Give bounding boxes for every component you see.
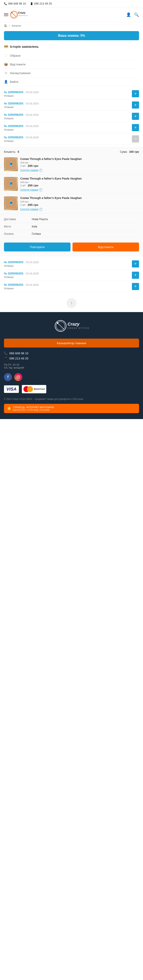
order-row: № 3255056253 03.03.2020 Успішно + [4, 111, 139, 122]
hamburger-line3 [4, 16, 8, 16]
order-expand-btn[interactable]: + [132, 272, 139, 279]
order-number[interactable]: № 3255056253 [4, 261, 23, 264]
order-info: № 3255056253 03.03.2020 Успішно [4, 283, 39, 290]
track-order-button[interactable]: Відстежити [72, 242, 139, 251]
sidebar-item-track[interactable]: 📦 Відстежити [4, 60, 139, 69]
user-icon[interactable]: 👤 [126, 12, 131, 17]
svg-text:🧵: 🧵 [8, 200, 13, 205]
order-expand-btn[interactable]: + [132, 260, 139, 267]
svg-text:🧵: 🧵 [8, 161, 13, 166]
product-title: Схема Through a father's Eyes Paula Vaug… [20, 158, 139, 161]
product-details: Схема Through a father's Eyes Paula Vaug… [20, 177, 139, 192]
facebook-icon[interactable]: f [4, 373, 12, 381]
promo-text: ГЛЯНЕЦЬ: ІНТЕРНЕТ-МАГАЗИНИ МАРКЕТИНГ, СУ… [13, 406, 54, 411]
product-related: Супутні товари ? [20, 207, 139, 211]
order-collapse-btn[interactable]: − [132, 135, 139, 142]
footer-phone2-number: 096 213 49 25 [9, 356, 28, 360]
repeat-order-button[interactable]: Повторити [4, 242, 71, 251]
hamburger-menu[interactable] [4, 13, 8, 16]
order-number[interactable]: № 3255056253 [4, 136, 23, 139]
order-expand-btn[interactable]: + [132, 90, 139, 97]
order-date: 03.03.2020 [26, 261, 39, 264]
related-link[interactable]: Супутні товари [20, 208, 39, 211]
fabric-calculator-button[interactable]: Калькулятор тканини [4, 339, 139, 348]
footer-phone1[interactable]: 📞 066 848 98 10 [4, 352, 139, 355]
order-number[interactable]: № 3255056253 [4, 113, 23, 116]
order-expand-btn[interactable]: + [132, 102, 139, 108]
heart-icon: ♡ [4, 54, 8, 57]
product-old-price: 315 грн [20, 181, 139, 184]
product-item: 🧵 Схема Through a father's Eyes Paula Va… [0, 155, 143, 175]
svg-text:Crazy: Crazy [67, 321, 80, 326]
product-price-row: 1 шт 295 грн [20, 203, 139, 207]
footer-viber-icon: 📱 [4, 356, 8, 360]
orders-section: № 3255056253 03.03.2020 Успішно + № 3255… [0, 86, 143, 146]
order-expand-btn[interactable]: + [132, 283, 139, 290]
footer-phone2[interactable]: 📱 096 213 49 25 [4, 356, 139, 360]
svg-point-3 [11, 12, 13, 13]
visa-text: VISA [6, 387, 16, 391]
product-image: 🧵 [4, 158, 18, 171]
related-link[interactable]: Супутні товари [20, 169, 39, 172]
detail-row-delivery: Доставка Нова Пошта [4, 216, 139, 223]
order-date: 03.03.2020 [26, 125, 39, 127]
sidebar-item-logout[interactable]: 👤 Вийти [4, 78, 139, 86]
order-history-header[interactable]: 💳 Історія замовлень [0, 42, 143, 51]
footer-promo-banner[interactable]: ⭐ ГЛЯНЕЦЬ: ІНТЕРНЕТ-МАГАЗИНИ МАРКЕТИНГ, … [4, 404, 139, 413]
payment-label: Оплата [4, 232, 32, 235]
order-number[interactable]: № 3255056253 [4, 91, 23, 94]
scroll-top-button[interactable]: ↑ [66, 298, 77, 308]
social-icons: f [4, 373, 139, 381]
discount-banner[interactable]: Ваша знижка: 5% [4, 31, 139, 40]
order-expand-btn[interactable]: + [132, 124, 139, 131]
discount-label: Ваша знижка: 5% [58, 34, 85, 37]
viber-icon: 📱 [30, 2, 33, 5]
order-info: № 3255056253 03.03.2020 Успішно [4, 113, 39, 120]
quantity-label: Кількість: 5 [4, 150, 19, 153]
search-icon[interactable]: 🔍 [134, 12, 139, 17]
order-row: № 3255056253 03.03.2020 Успішно + [4, 281, 139, 292]
order-number[interactable]: № 3255056253 [4, 283, 23, 286]
logo-area: Crazy CROSS STITCH [4, 10, 28, 20]
order-number[interactable]: № 3255056253 [4, 124, 23, 127]
promo-subtitle: МАРКЕТИНГ, СУПРОВІД, РЕКЛАМА [13, 409, 54, 411]
city-value: Київ [32, 225, 37, 228]
order-number[interactable]: № 3255056253 [4, 272, 23, 275]
sidebar-item-favorites[interactable]: ♡ Обране [4, 51, 139, 60]
phone2-contact[interactable]: 📱 096 213 49 25 [30, 2, 52, 5]
order-summary: Кількість: 5 Сума: 345 грн [0, 149, 143, 155]
promo-title: ГЛЯНЕЦЬ: ІНТЕРНЕТ-МАГАЗИНИ [13, 406, 54, 409]
visa-logo: VISA [4, 385, 19, 393]
hamburger-line2 [4, 14, 8, 15]
footer-hours: Пн-Пт: 10-18 Сб, Нд: вихідний [4, 363, 139, 369]
mastercard-text: MasterCard [34, 388, 45, 390]
delivery-label: Доставка [4, 218, 32, 221]
site-logo[interactable]: Crazy CROSS STITCH [10, 10, 28, 20]
nav-icons: 👤 🔍 [126, 12, 139, 17]
help-icon[interactable]: ? [39, 188, 42, 191]
help-icon[interactable]: ? [39, 169, 42, 172]
related-link[interactable]: Супутні товари [20, 188, 39, 191]
order-status: Успішно [4, 287, 39, 290]
breadcrumb-home[interactable]: 🏠 [4, 24, 7, 27]
svg-line-19 [58, 323, 63, 329]
sidebar-item-settings[interactable]: ⚙ Налаштування [4, 69, 139, 78]
product-related: Супутні товари ? [20, 188, 139, 192]
product-price-row: 1 шт 295 грн [20, 184, 139, 187]
footer-copyright: © 2021 Crazy Cross Stitch – продаємо тов… [4, 397, 139, 401]
svg-point-23 [18, 376, 19, 378]
order-date: 03.03.2020 [26, 283, 39, 286]
phone1-contact[interactable]: 📞 066 848 98 10 [4, 2, 26, 5]
help-icon[interactable]: ? [39, 208, 42, 211]
phone1-number: 066 848 98 10 [8, 2, 26, 5]
order-row: № 3255056253 03.03.2020 Успішно + [4, 99, 139, 111]
product-qty: 1 шт [20, 164, 26, 167]
order-date: 03.03.2020 [26, 272, 39, 275]
product-thumbnail: 🧵 [4, 177, 18, 191]
product-title: Схема Through a father's Eyes Paula Vaug… [20, 177, 139, 180]
order-expand-btn[interactable]: + [132, 113, 139, 120]
detail-row-payment: Оплата Готівка [4, 230, 139, 237]
instagram-icon[interactable] [14, 373, 22, 381]
footer-logo-img: Crazy CROSS STITCH [54, 318, 89, 335]
order-number[interactable]: № 3255056253 [4, 102, 23, 105]
